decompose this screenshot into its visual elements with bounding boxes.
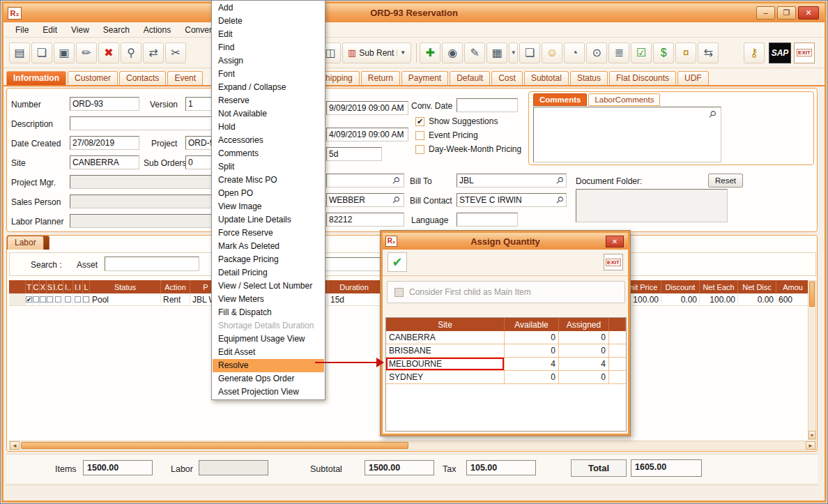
panels-icon[interactable]: ▦ bbox=[486, 43, 507, 63]
checkbox-icon[interactable] bbox=[55, 296, 61, 303]
horizontal-scroll-thumb[interactable] bbox=[21, 442, 408, 449]
return-date-field[interactable] bbox=[326, 128, 408, 142]
duration-field[interactable] bbox=[326, 147, 382, 161]
checkbox-icon[interactable] bbox=[65, 296, 71, 303]
context-menu-item[interactable]: Shortage Details Duration bbox=[213, 319, 324, 333]
checkbox-icon[interactable] bbox=[40, 296, 46, 303]
bill-to-field[interactable] bbox=[457, 174, 567, 188]
context-menu-item[interactable]: Mark As Deleted bbox=[213, 240, 324, 253]
main-item-option[interactable]: Consider First child as Main Item bbox=[387, 281, 625, 303]
option-checkbox[interactable]: Event Pricing bbox=[415, 130, 521, 140]
tab[interactable]: UDF bbox=[677, 71, 709, 85]
site-field[interactable] bbox=[70, 155, 139, 169]
amount-cell[interactable]: 600 bbox=[776, 293, 810, 305]
edit-icon[interactable]: ✏ bbox=[76, 43, 97, 63]
menu-item[interactable]: Search bbox=[97, 24, 136, 36]
checkbox-icon[interactable] bbox=[47, 296, 53, 303]
new-document-icon[interactable]: ▤ bbox=[9, 43, 30, 63]
flag-cell-s[interactable] bbox=[47, 293, 54, 305]
checkbox-icon[interactable] bbox=[33, 296, 39, 303]
dialog-close-button[interactable]: ✕ bbox=[606, 236, 624, 247]
database-icon[interactable]: ≣ bbox=[608, 43, 629, 63]
column-header[interactable]: Discount bbox=[661, 280, 700, 293]
conv-date-field[interactable] bbox=[457, 98, 518, 112]
column-header[interactable]: Duration bbox=[328, 280, 381, 293]
description-field[interactable] bbox=[70, 116, 213, 130]
context-menu-item[interactable]: Equipment Usage View bbox=[213, 333, 324, 346]
tab[interactable]: Default bbox=[450, 71, 490, 85]
flag-cell-l[interactable] bbox=[83, 293, 90, 305]
flag-cell-t[interactable] bbox=[26, 293, 33, 305]
assigned-cell[interactable]: 0 bbox=[559, 344, 609, 358]
available-cell[interactable]: 0 bbox=[505, 344, 559, 358]
site-cell[interactable]: MELBOURNE bbox=[386, 358, 505, 371]
column-header[interactable]: L bbox=[83, 280, 90, 293]
site-cell[interactable]: BRISBANE bbox=[386, 344, 505, 358]
tab[interactable]: Contacts bbox=[119, 71, 166, 85]
flag-cell-ii[interactable] bbox=[73, 293, 83, 305]
menu-item[interactable]: File bbox=[9, 24, 35, 36]
convert-icon[interactable]: ⇄ bbox=[143, 43, 164, 63]
tab[interactable]: Information bbox=[6, 71, 66, 85]
context-menu-item[interactable]: Reserve bbox=[213, 94, 324, 107]
assigned-cell[interactable]: 4 bbox=[559, 358, 609, 371]
document-folder-box[interactable] bbox=[576, 189, 728, 222]
column-header[interactable]: X bbox=[40, 280, 47, 293]
money-icon[interactable]: ¤ bbox=[675, 43, 696, 63]
column-header[interactable]: Amou bbox=[776, 280, 810, 293]
key-icon[interactable]: ⚷ bbox=[744, 43, 765, 63]
asset-search-input[interactable] bbox=[105, 257, 199, 271]
menu-item[interactable]: View bbox=[65, 24, 95, 36]
tab[interactable]: Payment bbox=[401, 71, 448, 85]
tab[interactable]: Flat Discounts bbox=[609, 71, 676, 85]
site-cell[interactable]: SYDNEY bbox=[386, 371, 505, 384]
exit-button[interactable]: EXIT bbox=[794, 43, 815, 63]
site-row[interactable]: MELBOURNE 4 4 bbox=[386, 358, 626, 371]
dollar-icon[interactable]: $ bbox=[653, 43, 674, 63]
context-menu-item[interactable]: Expand / Collapse bbox=[213, 81, 324, 94]
context-menu-item[interactable]: Update Line Details bbox=[213, 213, 324, 227]
context-menu-item[interactable]: Detail Pricing bbox=[213, 266, 324, 280]
column-header[interactable]: Net Each bbox=[700, 280, 738, 293]
checkbox-icon[interactable] bbox=[75, 296, 81, 303]
site-row[interactable]: CANBERRA 0 0 bbox=[386, 331, 626, 344]
items-tab[interactable]: Labor bbox=[7, 236, 44, 250]
comments-tab[interactable]: LaborComments bbox=[588, 93, 660, 106]
print-icon[interactable]: ❏ bbox=[31, 43, 52, 63]
column-header[interactable]: I.I bbox=[73, 280, 83, 293]
context-menu-item[interactable]: Resolve bbox=[213, 359, 324, 372]
column-header[interactable]: Net Disc bbox=[738, 280, 776, 293]
site-row[interactable]: SYDNEY 0 0 bbox=[386, 371, 626, 384]
tab[interactable]: Subtotal bbox=[524, 71, 569, 85]
tab[interactable]: Status bbox=[570, 71, 608, 85]
column-header[interactable]: I.. bbox=[63, 280, 73, 293]
print-forms-icon[interactable]: ❏ bbox=[519, 43, 540, 63]
context-menu-item[interactable]: Accessories bbox=[213, 134, 324, 147]
save-icon[interactable]: ▣ bbox=[54, 43, 75, 63]
context-menu-item[interactable]: Font bbox=[213, 68, 324, 81]
minimize-button[interactable]: – bbox=[756, 6, 775, 20]
close-button[interactable]: ✕ bbox=[798, 6, 819, 20]
phone-field[interactable] bbox=[326, 213, 404, 227]
transfer-icon[interactable]: ⇆ bbox=[698, 43, 719, 63]
column-header[interactable]: S bbox=[47, 280, 54, 293]
scroll-right-button[interactable]: ► bbox=[806, 441, 815, 450]
sales-person-field[interactable] bbox=[70, 194, 213, 208]
tab[interactable]: Cost bbox=[491, 71, 523, 85]
disc-icon[interactable]: ⊙ bbox=[586, 43, 607, 63]
sap-button[interactable]: SAP bbox=[769, 43, 791, 63]
items-vertical-scrollbar[interactable]: ▼ bbox=[808, 280, 816, 440]
tab[interactable]: Event bbox=[167, 71, 203, 85]
comments-tab[interactable]: Comments bbox=[533, 93, 587, 106]
kit-icon[interactable]: ◉ bbox=[442, 43, 463, 63]
context-menu-item[interactable]: Fill & Dispatch bbox=[213, 306, 324, 319]
action-cell[interactable]: Rent bbox=[161, 293, 190, 305]
vertical-scroll-thumb[interactable] bbox=[809, 282, 815, 307]
context-menu-item[interactable]: Comments bbox=[213, 147, 324, 160]
project-mgr-field[interactable] bbox=[70, 175, 213, 189]
delete-icon[interactable]: ✖ bbox=[98, 43, 119, 63]
status-cell[interactable]: Pool bbox=[90, 293, 161, 305]
cut-icon[interactable]: ✂ bbox=[165, 43, 186, 63]
available-cell[interactable]: 0 bbox=[505, 371, 559, 384]
add-item-icon[interactable]: ✚ bbox=[420, 43, 440, 63]
